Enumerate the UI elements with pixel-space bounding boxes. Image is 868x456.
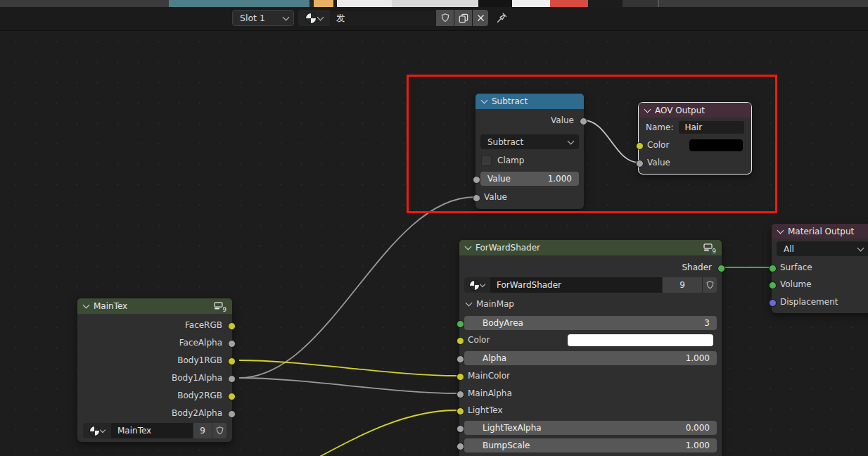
node-aov-output[interactable]: AOV Output Name: Hair Color Value <box>639 103 751 174</box>
chevron-down-icon <box>857 244 864 251</box>
node-header[interactable]: AOV Output <box>639 103 751 118</box>
node-forwardshader[interactable]: ForWardShader 9 Shader <box>459 240 722 456</box>
node-header[interactable]: Subtract <box>476 94 584 109</box>
nodetree-name: ForWardShader <box>497 280 561 290</box>
slot-dropdown[interactable]: Slot 1 <box>232 10 294 26</box>
collapse-chevron-icon[interactable] <box>465 243 472 251</box>
node-header[interactable]: Material Output <box>772 224 868 239</box>
socket-mainalpha-input[interactable] <box>457 391 464 398</box>
clamp-checkbox[interactable] <box>481 156 492 166</box>
socket-lighttex-input[interactable] <box>457 407 464 415</box>
collapse-chevron-icon[interactable] <box>777 227 784 234</box>
viewport-art-segment <box>392 0 478 7</box>
socket-bodyarea-input[interactable] <box>457 320 464 328</box>
nodetree-name: MainTex <box>117 426 151 436</box>
users-count-button[interactable]: 9 <box>193 423 212 438</box>
input-label: Surface <box>780 262 812 272</box>
socket-maincolor-input[interactable] <box>457 373 464 381</box>
users-count: 9 <box>679 280 685 290</box>
material-name-field[interactable]: 发 <box>331 10 435 26</box>
material-browse-button[interactable] <box>298 10 330 26</box>
wire-to-lighttex <box>302 410 457 456</box>
viewport-art-segment <box>314 0 333 7</box>
alpha-slider[interactable]: Alpha 1.000 <box>464 351 717 365</box>
socket-alpha-input[interactable] <box>457 355 464 363</box>
shader-output-row: Shader <box>459 260 722 275</box>
users-count-button[interactable]: 9 <box>662 277 702 293</box>
pin-icon <box>496 12 508 24</box>
material-sphere-icon <box>306 13 316 23</box>
collapse-chevron-icon[interactable] <box>644 106 651 113</box>
viewport-art-segment <box>337 0 392 7</box>
shield-icon <box>215 426 224 436</box>
node-subtract[interactable]: Subtract Value Subtract Clamp Value 1.00… <box>476 94 584 209</box>
socket-value-slider-input[interactable] <box>473 176 480 184</box>
viewport-preview-strip <box>0 0 868 7</box>
node-header[interactable]: MainTex 9 <box>77 298 232 314</box>
nodetree-browse-button[interactable] <box>464 277 490 293</box>
collapse-chevron-icon <box>466 300 473 307</box>
blender-shader-editor: Slot 1 发 <box>0 0 868 456</box>
material-sphere-icon <box>90 426 99 436</box>
pin-button[interactable] <box>494 10 509 26</box>
socket-body2alpha-output[interactable] <box>228 410 236 418</box>
fake-user-button[interactable] <box>212 423 226 438</box>
chevron-down-icon <box>283 13 290 20</box>
input-label: MainAlpha <box>468 388 512 398</box>
operation-dropdown[interactable]: Subtract <box>480 134 579 149</box>
shield-icon <box>440 13 450 23</box>
node-canvas[interactable]: Subtract Value Subtract Clamp Value 1.00… <box>0 30 868 456</box>
socket-lighttexalpha-input[interactable] <box>457 425 464 433</box>
nodetree-browse-button[interactable] <box>83 423 111 438</box>
socket-bumpscale-input[interactable] <box>457 443 464 450</box>
copy-icon <box>459 13 468 23</box>
users-count: 9 <box>200 426 205 436</box>
bodyarea-slider[interactable]: BodyArea 3 <box>464 316 717 330</box>
socket-displacement-input[interactable] <box>769 299 777 307</box>
chevron-down-icon <box>317 13 324 20</box>
collapse-chevron-icon[interactable] <box>83 302 90 309</box>
bumpscale-slider[interactable]: BumpScale 1.000 <box>464 438 717 452</box>
nodetree-name-field[interactable]: MainTex <box>111 423 193 438</box>
socket-facergb-output[interactable] <box>228 322 236 330</box>
socket-body1rgb-output[interactable] <box>228 357 236 365</box>
viewport-art-segment <box>478 0 512 7</box>
node-header[interactable]: ForWardShader 9 <box>459 240 722 255</box>
datablock-row: ForWardShader 9 <box>464 277 717 293</box>
socket-value-output[interactable] <box>580 118 587 125</box>
node-maintex[interactable]: MainTex 9 FaceRGB FaceAlpha Body1RGB <box>77 298 232 442</box>
socket-body2rgb-output[interactable] <box>228 393 236 400</box>
color-label: Color <box>468 335 490 345</box>
aov-name-field[interactable]: Hair <box>679 121 744 134</box>
shader-editor-header: Slot 1 发 <box>0 7 868 31</box>
socket-color-input[interactable] <box>636 142 644 150</box>
color-swatch[interactable] <box>689 139 743 151</box>
slider-value: 0.000 <box>686 423 710 433</box>
collapse-chevron-icon[interactable] <box>481 97 488 104</box>
output-row-value: Value <box>476 113 584 128</box>
node-material-output[interactable]: Material Output All Surface Volume Displ… <box>772 224 868 313</box>
lighttexalpha-slider[interactable]: LightTexAlpha 0.000 <box>464 421 717 435</box>
socket-volume-input[interactable] <box>769 281 777 289</box>
fake-user-button[interactable] <box>702 277 717 293</box>
target-dropdown[interactable]: All <box>777 241 868 256</box>
value-slider[interactable]: Value 1.000 <box>480 172 579 186</box>
socket-value-input[interactable] <box>473 194 480 202</box>
unlink-material-button[interactable] <box>473 10 488 26</box>
socket-color-input[interactable] <box>457 337 464 345</box>
aov-name-value: Hair <box>684 122 702 132</box>
color-row: Color <box>459 333 722 347</box>
socket-shader-output[interactable] <box>717 265 725 272</box>
color-swatch[interactable] <box>568 334 713 346</box>
socket-body1alpha-output[interactable] <box>228 375 236 383</box>
socket-facealpha-output[interactable] <box>228 340 236 348</box>
lighttex-row: LightTex <box>459 403 722 417</box>
panel-mainmap[interactable]: MainMap <box>459 298 722 310</box>
socket-value-input[interactable] <box>636 160 644 167</box>
fake-user-button[interactable] <box>436 10 454 26</box>
nodetree-name-field[interactable]: ForWardShader <box>490 277 662 293</box>
socket-surface-input[interactable] <box>769 265 777 272</box>
new-material-button[interactable] <box>454 10 472 26</box>
value-label: Value <box>647 158 670 167</box>
slider-value: 1.000 <box>686 441 710 450</box>
